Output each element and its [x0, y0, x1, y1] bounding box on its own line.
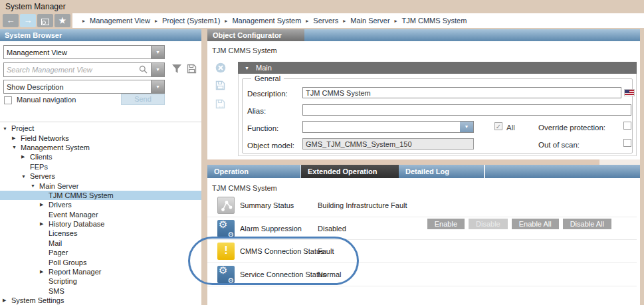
tree-item-servers[interactable]: ▼Servers	[0, 171, 201, 181]
tree-item-management-system[interactable]: ▼Management System	[0, 143, 201, 152]
summary-status-icon	[217, 197, 235, 214]
tree-expand-icon[interactable]: ▶	[12, 136, 21, 141]
description-mode-selector[interactable]: Show Description ▼	[3, 80, 165, 94]
tab-separator	[484, 165, 485, 178]
tree-expand-icon[interactable]: ▼	[3, 126, 11, 131]
annotation-ellipse	[188, 237, 359, 285]
chevron-down-icon[interactable]: ▼	[460, 122, 473, 132]
tree-item-project[interactable]: ▼Project	[0, 124, 201, 133]
tree-item-event-manager[interactable]: Event Manager	[0, 210, 201, 219]
save-icon[interactable]	[215, 80, 225, 93]
status-value: Disabled	[318, 225, 346, 233]
chevron-down-icon[interactable]: ▼	[151, 63, 164, 76]
tab-operation[interactable]: Operation	[207, 165, 301, 178]
tree-item-report-manager[interactable]: ▶Report Manager	[0, 267, 201, 276]
breadcrumb-item-management-system[interactable]: Management System	[232, 17, 301, 25]
description-label: Description:	[247, 90, 288, 98]
tree-expand-icon[interactable]: ▶	[40, 269, 49, 274]
discard-icon[interactable]	[215, 62, 226, 76]
description-field[interactable]	[302, 87, 621, 98]
tree-item-label: Report Manager	[49, 268, 102, 276]
send-button[interactable]: Send	[121, 94, 165, 105]
tree-item-label: Project	[11, 124, 34, 132]
collapse-icon[interactable]: ▼	[245, 66, 249, 70]
tree-item-tjm-cmms-system[interactable]: TJM CMMS System	[0, 191, 201, 200]
all-checkbox[interactable]: ✓	[494, 122, 502, 130]
function-selector[interactable]: ▼	[302, 121, 474, 133]
breadcrumb-item-management-view[interactable]: Management View	[90, 17, 150, 25]
back-button[interactable]: ←	[3, 14, 19, 27]
tree-item-label: History Database	[49, 220, 104, 228]
tree-item-label: Poll Groups	[49, 258, 86, 266]
search-input[interactable]	[4, 63, 139, 76]
forward-button[interactable]: →	[20, 14, 36, 27]
object-configurator-tab[interactable]: Object Configurator	[207, 29, 304, 41]
alarm-gears-icon: ⚙⚙	[217, 220, 235, 237]
main-section-header[interactable]: ▼ Main	[238, 62, 637, 74]
tree-item-poll-groups[interactable]: Poll Groups	[0, 257, 201, 266]
tab-detailed-log[interactable]: Detailed Log	[399, 165, 484, 178]
object-name: TJM CMMS System	[212, 184, 277, 192]
horizontal-scrollbar[interactable]	[207, 159, 640, 165]
breadcrumb: ▸Management View▸Project (System1)▸Manag…	[72, 13, 644, 28]
out-of-scan-label: Out of scan:	[538, 141, 580, 149]
tree-item-pager[interactable]: Pager	[0, 248, 201, 257]
override-protection-checkbox[interactable]	[623, 122, 631, 130]
breadcrumb-separator-icon: ▸	[155, 18, 158, 24]
save-as-icon[interactable]	[215, 99, 225, 112]
breadcrumb-item-servers[interactable]: Servers	[313, 17, 338, 25]
breadcrumb-separator-icon: ▸	[225, 18, 227, 24]
favorites-button[interactable]: ★	[54, 14, 70, 27]
chevron-down-icon[interactable]: ▼	[151, 80, 164, 93]
tree-expand-icon[interactable]: ▶	[40, 202, 49, 207]
breadcrumb-item-project-system1[interactable]: Project (System1)	[162, 17, 220, 25]
tab-extended-operation[interactable]: Extended Operation	[301, 165, 399, 178]
tree-item-clients[interactable]: ▶Clients	[0, 152, 201, 161]
tree-item-label: Clients	[30, 153, 53, 161]
tree-item-drivers[interactable]: ▶Drivers	[0, 200, 201, 209]
tree-item-label: Pager	[49, 249, 68, 256]
breadcrumb-separator-icon: ▸	[306, 18, 308, 24]
tree-expand-icon[interactable]: ▼	[21, 174, 30, 179]
enable-all-button[interactable]: Enable All	[512, 219, 559, 229]
alias-field[interactable]	[302, 104, 631, 116]
breadcrumb-item-main-server[interactable]: Main Server	[350, 17, 389, 25]
view-selector[interactable]: Management View ▼	[3, 45, 165, 59]
tree-item-feps[interactable]: FEPs	[0, 162, 201, 171]
tree-expand-icon[interactable]: ▶	[21, 154, 30, 159]
history-button[interactable]	[37, 14, 53, 27]
tree-item-sms[interactable]: SMS	[0, 286, 201, 296]
tree-expand-icon[interactable]: ▼	[31, 183, 39, 188]
tree-item-system-settings[interactable]: ▶System Settings	[0, 296, 201, 305]
enable-button[interactable]: Enable	[427, 219, 465, 229]
gear-glyph: ⚙	[219, 220, 227, 231]
scrollbar-thumb[interactable]	[207, 159, 599, 165]
back-arrow-icon: ←	[7, 15, 15, 25]
tree-item-history-database[interactable]: ▶History Database	[0, 219, 201, 229]
tree-item-licenses[interactable]: Licenses	[0, 229, 201, 238]
view-selector-value: Management View	[4, 49, 151, 56]
star-icon: ★	[59, 16, 66, 25]
tree-expand-icon[interactable]: ▼	[12, 145, 21, 150]
search-icon	[139, 65, 151, 75]
save-icon[interactable]	[187, 64, 197, 76]
breadcrumb-item-tjm-cmms-system[interactable]: TJM CMMS System	[402, 17, 467, 25]
search-box[interactable]: ▼	[3, 62, 165, 77]
tree-item-label: Drivers	[49, 201, 72, 209]
tree-expand-icon[interactable]: ▶	[3, 298, 11, 303]
chevron-down-icon[interactable]: ▼	[151, 46, 164, 58]
button-group: EnableDisableEnable AllDisable All	[427, 219, 611, 229]
tree-item-scripting[interactable]: Scripting	[0, 276, 201, 286]
tree-item-mail[interactable]: Mail	[0, 239, 201, 248]
tree-expand-icon[interactable]: ▶	[40, 221, 49, 227]
tree-item-field-networks[interactable]: ▶Field Networks	[0, 133, 201, 142]
tree-item-label: SMS	[49, 287, 64, 295]
filter-icon[interactable]	[171, 64, 182, 76]
manual-navigation-checkbox[interactable]	[4, 96, 12, 104]
disable-all-button[interactable]: Disable All	[563, 219, 611, 229]
breadcrumb-separator-icon: ▸	[82, 18, 85, 24]
tree-item-label: Mail	[49, 239, 62, 247]
language-flag-icon[interactable]	[624, 89, 635, 96]
out-of-scan-checkbox[interactable]	[623, 139, 631, 147]
tree-item-main-server[interactable]: ▼Main Server	[0, 181, 201, 190]
